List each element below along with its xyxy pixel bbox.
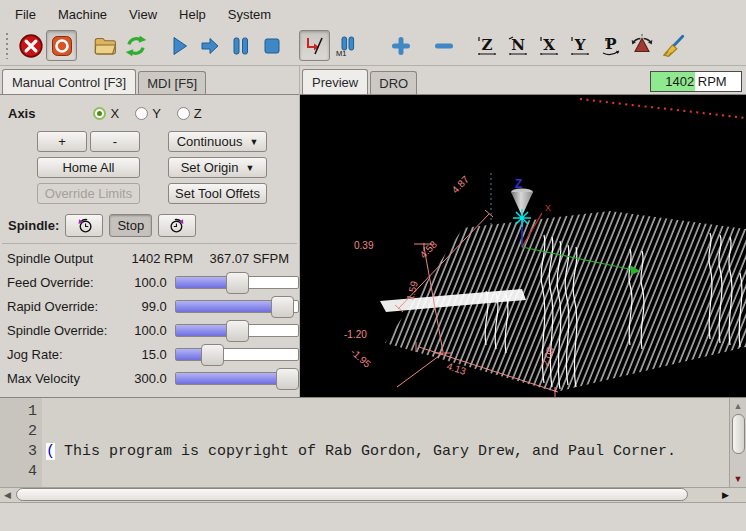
- divider: [2, 243, 297, 244]
- feed-override-value: 100.0: [112, 275, 167, 290]
- menu-system[interactable]: System: [217, 2, 282, 27]
- optional-pause-m1-toggle[interactable]: M1: [330, 30, 361, 61]
- clear-plot-button[interactable]: [657, 30, 688, 61]
- axis-x-radio[interactable]: [93, 107, 106, 120]
- jog-rate-value: 15.0: [112, 347, 167, 362]
- estop-button[interactable]: [15, 30, 46, 61]
- tab-preview[interactable]: Preview: [302, 69, 368, 94]
- scroll-down-icon[interactable]: ▼: [730, 471, 746, 487]
- axis-z-radio[interactable]: [177, 107, 190, 120]
- skip-lines-toggle[interactable]: [299, 30, 330, 61]
- spindle-override-slider[interactable]: [175, 324, 299, 337]
- reload-file-button[interactable]: [120, 30, 151, 61]
- gcode-horizontal-scrollbar[interactable]: ◀ ▶: [0, 487, 746, 503]
- set-origin-dropdown[interactable]: Set Origin▼: [168, 157, 267, 178]
- run-button[interactable]: [163, 30, 194, 61]
- view-y-button[interactable]: Y: [564, 30, 595, 61]
- scroll-right-icon[interactable]: ▶: [705, 490, 746, 500]
- svg-text:Z: Z: [481, 36, 492, 54]
- spindle-stop-button[interactable]: Stop: [109, 214, 152, 237]
- jog-plus-button[interactable]: +: [37, 131, 87, 152]
- spindle-label: Spindle:: [8, 218, 59, 233]
- spindle-forward-button[interactable]: [158, 214, 196, 237]
- vertical-scroll-thumb[interactable]: [732, 414, 745, 454]
- horizontal-scroll-thumb[interactable]: [16, 488, 688, 501]
- spindle-rpm-meter: 1402 RPM: [650, 71, 742, 92]
- zoom-out-button[interactable]: [428, 30, 459, 61]
- preview-panel: Preview DRO 1402 RPM: [300, 66, 746, 397]
- jog-increment-dropdown[interactable]: Continuous▼: [168, 131, 267, 152]
- svg-text:Y: Y: [573, 36, 585, 54]
- tab-dro[interactable]: DRO: [370, 71, 417, 94]
- gcode-text[interactable]: ( This program is copyright of Rab Gordo…: [42, 398, 729, 487]
- svg-text:X: X: [543, 36, 555, 54]
- toolbar: M1 Z N X Y: [0, 28, 746, 66]
- gcode-vertical-scrollbar[interactable]: ▲ ▼: [729, 398, 746, 487]
- open-file-button[interactable]: [89, 30, 120, 61]
- jog-rate-label: Jog Rate:: [7, 347, 112, 362]
- toolpath-wireframe: [380, 211, 746, 392]
- left-tab-bar: Manual Control [F3] MDI [F5]: [0, 66, 299, 94]
- axis-label: Axis: [8, 106, 35, 121]
- rapid-override-slider[interactable]: [175, 300, 299, 313]
- chevron-down-icon: ▼: [249, 137, 258, 147]
- run-step-button[interactable]: [194, 30, 225, 61]
- rapid-override-value: 99.0: [112, 299, 167, 314]
- spindle-reverse-button[interactable]: [65, 214, 103, 237]
- scroll-up-icon[interactable]: ▲: [730, 398, 746, 414]
- preview-canvas[interactable]: 0.39 1.59 -1.20 -1.95 4.58 4.87 4.13 2.0…: [300, 94, 746, 397]
- zoom-in-button[interactable]: [385, 30, 416, 61]
- rotate-view-button[interactable]: [626, 30, 657, 61]
- pause-icon: [229, 34, 253, 58]
- chevron-down-icon: ▼: [245, 163, 254, 173]
- spindle-sfpm-value: 367.07 SFPM: [193, 251, 299, 266]
- menu-view[interactable]: View: [118, 2, 168, 27]
- rapid-override-label: Rapid Override:: [7, 299, 112, 314]
- machine-power-button[interactable]: [46, 30, 77, 61]
- menu-file[interactable]: File: [4, 2, 47, 27]
- max-velocity-slider[interactable]: [175, 372, 299, 385]
- m1-pause-icon: M1: [334, 34, 358, 58]
- stop-button[interactable]: [256, 30, 287, 61]
- jog-rate-slider[interactable]: [175, 348, 299, 361]
- horizontal-scroll-track[interactable]: [15, 488, 705, 502]
- pause-button[interactable]: [225, 30, 256, 61]
- toolbar-grip[interactable]: [3, 33, 11, 59]
- svg-text:4.58: 4.58: [418, 238, 440, 260]
- view-z-button[interactable]: Z: [471, 30, 502, 61]
- override-limits-button[interactable]: Override Limits: [37, 183, 140, 204]
- gcode-line[interactable]: ( This program is copyright of Rab Gordo…: [46, 442, 729, 462]
- tab-manual-control[interactable]: Manual Control [F3]: [2, 69, 136, 94]
- spindle-override-label: Spindle Override:: [7, 323, 112, 338]
- axis-y-radio[interactable]: [135, 107, 148, 120]
- rapid-override-row: Rapid Override: 99.0: [0, 294, 299, 318]
- minus-icon: [432, 34, 456, 58]
- set-tool-offsets-button[interactable]: Set Tool Offets: [168, 183, 267, 204]
- gcode-listing[interactable]: 1 2 3 4 ( This program is copyright of R…: [0, 397, 746, 487]
- axis-z-label: Z: [194, 106, 202, 121]
- svg-text:M1: M1: [336, 49, 346, 58]
- svg-text:P: P: [605, 35, 616, 53]
- menu-help[interactable]: Help: [168, 2, 217, 27]
- menu-machine[interactable]: Machine: [47, 2, 118, 27]
- jog-minus-button[interactable]: -: [90, 131, 140, 152]
- spindle-output-label: Spindle Output: [7, 251, 113, 266]
- power-icon: [50, 34, 74, 58]
- scroll-left-icon[interactable]: ◀: [0, 490, 15, 500]
- status-area: [0, 503, 746, 531]
- feed-override-slider[interactable]: [175, 276, 299, 289]
- spindle-override-row: Spindle Override: 100.0: [0, 318, 299, 342]
- view-z-icon: Z: [475, 34, 499, 58]
- plus-icon: [389, 34, 413, 58]
- view-z2-button[interactable]: N: [502, 30, 533, 61]
- view-x-button[interactable]: X: [533, 30, 564, 61]
- rpm-meter-text: 1402 RPM: [665, 74, 726, 89]
- spindle-rpm-value: 1402 RPM: [113, 251, 193, 266]
- gcode-line-numbers: 1 2 3 4: [0, 398, 42, 487]
- tab-mdi[interactable]: MDI [F5]: [138, 71, 206, 94]
- broom-icon: [660, 33, 686, 59]
- home-all-button[interactable]: Home All: [37, 157, 140, 178]
- view-perspective-button[interactable]: P: [595, 30, 626, 61]
- menu-bar: File Machine View Help System: [0, 0, 746, 28]
- spindle-cw-icon: [169, 217, 186, 234]
